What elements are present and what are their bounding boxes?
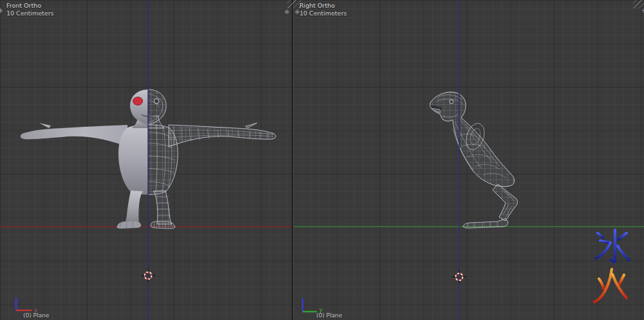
bird-body-wire[interactable] — [430, 92, 515, 187]
3d-cursor — [140, 268, 156, 283]
grid-scale-label: 10 Centimeters — [299, 10, 347, 17]
viewport-front-ortho[interactable]: x (0) Plane Front Ortho 10 Centimeters — [0, 0, 292, 320]
grid-scale-label: 10 Centimeters — [6, 10, 54, 17]
area-split-handle[interactable]: + — [283, 8, 290, 15]
model-left-leg[interactable] — [117, 191, 143, 229]
mini-axis-gizmo: x — [5, 293, 41, 315]
active-object-label: (0) Plane — [316, 312, 342, 319]
area-split-handle[interactable]: + — [294, 8, 301, 15]
active-object-label: (0) Plane — [23, 312, 49, 319]
viewport-divider[interactable] — [292, 0, 293, 320]
3d-cursor — [451, 269, 467, 285]
viewport-right-ortho[interactable]: y (0) Plane Right Ortho 10 Centimeters — [293, 0, 644, 320]
bird-eye — [451, 101, 453, 103]
area-split-handle[interactable]: + — [641, 7, 644, 14]
wire-eye-pupil — [155, 100, 157, 102]
area-corner-grip[interactable] — [287, 0, 301, 8]
ice-kanji-icon — [596, 230, 629, 262]
model-right-arm-wire[interactable] — [169, 123, 276, 147]
viewport-title: Front Ortho — [6, 2, 41, 10]
watermark — [583, 224, 644, 311]
bird-leg-wire[interactable] — [463, 184, 517, 228]
red-eye — [133, 97, 143, 106]
fire-kanji-icon — [594, 269, 627, 302]
model-left-arm[interactable] — [21, 123, 128, 147]
viewport-title: Right Ortho — [299, 2, 335, 10]
model-right-leg-wire[interactable] — [151, 191, 175, 229]
blender-window: x (0) Plane Front Ortho 10 Centimeters — [0, 0, 644, 320]
